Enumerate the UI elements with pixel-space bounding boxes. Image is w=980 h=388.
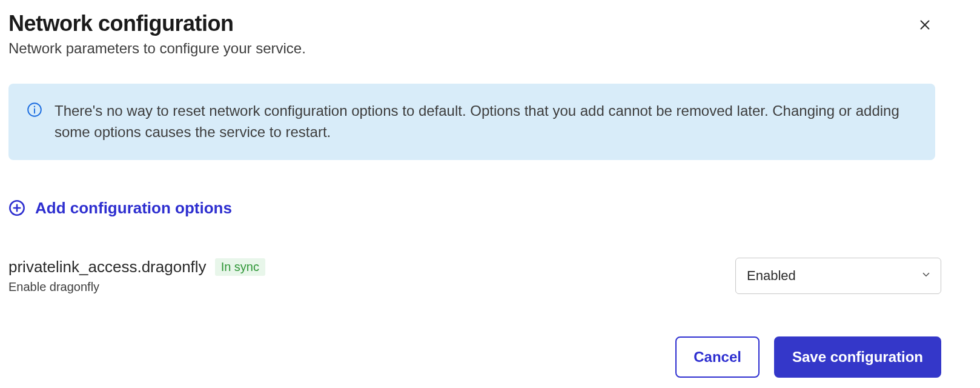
- cancel-button[interactable]: Cancel: [675, 336, 760, 378]
- page-subtitle: Network parameters to configure your ser…: [8, 40, 306, 57]
- config-option-key: privatelink_access.dragonfly: [8, 258, 207, 276]
- info-banner-text: There's no way to reset network configur…: [55, 101, 917, 143]
- info-icon: [27, 102, 42, 118]
- status-badge: In sync: [215, 258, 265, 276]
- add-link-label: Add configuration options: [35, 199, 232, 218]
- save-configuration-button[interactable]: Save configuration: [774, 336, 941, 378]
- close-button[interactable]: [915, 15, 935, 35]
- close-icon: [918, 18, 932, 32]
- svg-point-4: [34, 106, 35, 107]
- page-title: Network configuration: [8, 11, 306, 36]
- add-configuration-options-link[interactable]: Add configuration options: [8, 199, 232, 218]
- plus-circle-icon: [8, 199, 25, 216]
- config-option-value-select[interactable]: Enabled: [735, 258, 941, 294]
- info-banner: There's no way to reset network configur…: [8, 84, 935, 160]
- config-option-description: Enable dragonfly: [8, 280, 265, 294]
- config-option-row: privatelink_access.dragonfly In sync Ena…: [8, 258, 941, 294]
